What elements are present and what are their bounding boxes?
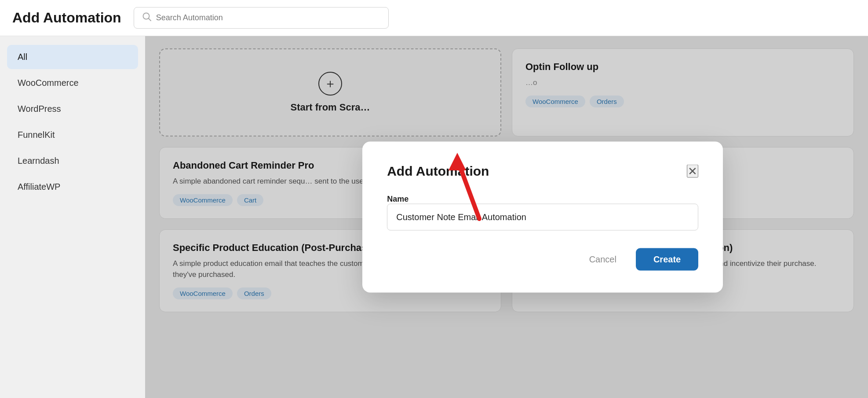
sidebar-item-affiliatewp[interactable]: AffiliateWP xyxy=(7,175,138,199)
sidebar-item-all[interactable]: All xyxy=(7,45,138,69)
sidebar: All WooCommerce WordPress FunnelKit Lear… xyxy=(0,36,145,398)
sidebar-item-funnelkit[interactable]: FunnelKit xyxy=(7,123,138,147)
cancel-button[interactable]: Cancel xyxy=(579,249,627,270)
search-icon xyxy=(142,12,152,24)
modal-header: Add Automation ✕ xyxy=(387,164,698,179)
header: Add Automation xyxy=(0,0,868,36)
sidebar-item-wordpress[interactable]: WordPress xyxy=(7,97,138,121)
sidebar-item-woocommerce[interactable]: WooCommerce xyxy=(7,71,138,95)
content-area: ＋ Start from Scra… Optin Follow up …o Wo… xyxy=(145,36,868,398)
modal-close-button[interactable]: ✕ xyxy=(687,165,698,178)
modal-title: Add Automation xyxy=(387,164,489,179)
modal-actions: Cancel Create xyxy=(387,248,698,271)
page-title: Add Automation xyxy=(12,10,121,26)
create-button[interactable]: Create xyxy=(636,248,698,271)
main-layout: All WooCommerce WordPress FunnelKit Lear… xyxy=(0,36,868,398)
sidebar-item-learndash[interactable]: Learndash xyxy=(7,149,138,173)
search-box[interactable] xyxy=(134,7,389,29)
add-automation-modal: Add Automation ✕ Name Cancel Create xyxy=(362,142,723,293)
svg-line-1 xyxy=(148,18,150,21)
search-input[interactable] xyxy=(156,13,380,22)
modal-name-label: Name xyxy=(387,195,408,203)
modal-name-input[interactable] xyxy=(387,204,698,231)
